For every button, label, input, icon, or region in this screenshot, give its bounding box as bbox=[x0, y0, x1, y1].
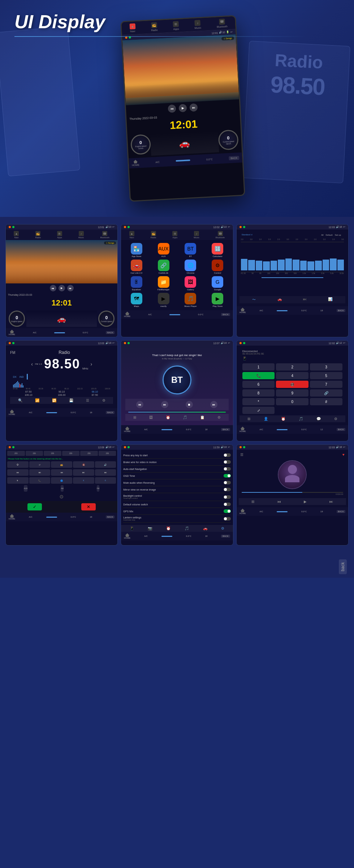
settings-back-btn[interactable]: BACK bbox=[221, 535, 230, 538]
st-radio[interactable]: 📻 bbox=[51, 461, 72, 468]
eq-ac-slider[interactable] bbox=[277, 310, 288, 311]
toggle-8[interactable] bbox=[224, 503, 231, 506]
key-call[interactable]: 📞 bbox=[242, 372, 275, 379]
apps-nav-music[interactable]: ♪ Music bbox=[194, 231, 199, 239]
key-4[interactable]: 4 bbox=[276, 372, 308, 379]
app-playstore[interactable]: ▶ Play Store bbox=[205, 293, 230, 307]
eq-bar-2[interactable] bbox=[248, 260, 255, 270]
key-link[interactable]: 🔗 bbox=[310, 389, 342, 397]
eq-bar-13[interactable] bbox=[330, 258, 337, 270]
app-chrome[interactable]: 🌐 Chrome bbox=[178, 260, 203, 274]
eq-bar-12[interactable] bbox=[323, 260, 329, 270]
eq-feature-waveform[interactable]: 〜 bbox=[252, 297, 256, 302]
eq-bar-11[interactable] bbox=[315, 261, 322, 270]
play-btn-sm[interactable]: ▶ bbox=[59, 285, 65, 291]
bt-prev[interactable]: ⏮ bbox=[136, 401, 143, 408]
preset-6[interactable]: 87.50 bbox=[79, 394, 111, 396]
settings-icon-car[interactable]: 🚗 bbox=[203, 526, 207, 530]
key-1[interactable]: 1 bbox=[242, 363, 275, 371]
key-extra[interactable]: ⤢ bbox=[242, 407, 275, 414]
home-btn[interactable]: HOME bbox=[131, 160, 139, 167]
eq-back-btn[interactable]: BACK bbox=[337, 309, 345, 312]
radio-ac-slider[interactable] bbox=[46, 412, 57, 413]
app-store[interactable]: 🏪 App Store bbox=[124, 243, 149, 257]
app-bt[interactable]: BT BT bbox=[178, 243, 203, 257]
eq-feature-car[interactable]: 🚗 bbox=[277, 297, 282, 302]
app-carbitlink[interactable]: 🔗 CarbitLink bbox=[151, 260, 176, 274]
app-maps[interactable]: 🗺 Maps bbox=[124, 293, 149, 307]
key-hash[interactable]: # bbox=[310, 398, 342, 405]
toggle-10[interactable] bbox=[224, 517, 231, 521]
eq-bar-10[interactable] bbox=[307, 261, 314, 270]
steering-home-btn[interactable]: HOME bbox=[9, 514, 15, 520]
freq-left-arrow[interactable]: ‹ bbox=[31, 361, 33, 367]
music-ac-slider[interactable] bbox=[277, 511, 288, 512]
nav-bt[interactable]: ☎ Bluetooth bbox=[100, 231, 109, 239]
st-refresh[interactable]: ↺ bbox=[29, 461, 51, 468]
st-fm[interactable]: FM bbox=[97, 485, 99, 492]
phone-icon-menu[interactable]: ⊞ bbox=[247, 417, 250, 421]
radio-icon-list[interactable]: ☰ bbox=[86, 398, 89, 402]
music-icon-play[interactable]: ▶ bbox=[304, 500, 307, 504]
apps-back-btn[interactable]: BACK bbox=[221, 313, 230, 316]
app-equalizer[interactable]: 🎚 Equalizer bbox=[124, 276, 149, 291]
nav-apps[interactable]: ⊞ Apps bbox=[57, 231, 62, 239]
confirm-yes-btn[interactable]: ✓ bbox=[27, 503, 42, 510]
music-home-btn[interactable]: HOME bbox=[239, 509, 246, 514]
preset-5[interactable]: 108.00 bbox=[46, 394, 78, 396]
key-8[interactable]: 8 bbox=[242, 389, 275, 397]
apps-nav-bt[interactable]: ☎ Bluetooth bbox=[216, 231, 225, 239]
toggle-1[interactable] bbox=[224, 453, 231, 457]
st-mute[interactable]: 🔇 bbox=[73, 461, 94, 468]
ac-slider[interactable] bbox=[176, 159, 190, 162]
key-star[interactable]: * bbox=[242, 398, 275, 405]
preset-4[interactable]: 106.10 bbox=[12, 394, 45, 396]
st-aux[interactable]: AUX bbox=[24, 485, 27, 492]
settings-icon-gear[interactable]: ⚙ bbox=[221, 526, 224, 530]
phone-ac-slider[interactable] bbox=[277, 429, 288, 430]
nav-navi[interactable]: ▲ Navi bbox=[14, 231, 19, 239]
bt-back-btn[interactable]: BACK bbox=[221, 428, 230, 431]
apps-ac-slider[interactable] bbox=[169, 314, 180, 315]
radio-icon-settings[interactable]: ⚙ bbox=[102, 398, 105, 402]
settings-ac-slider[interactable] bbox=[161, 536, 172, 537]
eq-default[interactable]: Default bbox=[326, 234, 333, 236]
apps-nav-apps[interactable]: ⊞ Apps bbox=[172, 231, 177, 239]
app-musicplayer[interactable]: 🎵 Music Player bbox=[178, 293, 203, 307]
key-9[interactable]: 9 bbox=[276, 389, 308, 397]
eq-bar-14[interactable] bbox=[337, 260, 344, 270]
eq-bar-4[interactable] bbox=[263, 261, 270, 270]
radio-icon-save[interactable]: 💾 bbox=[69, 398, 73, 402]
phone-icon-contacts[interactable]: 👤 bbox=[264, 417, 268, 421]
music-menu-icon[interactable]: ☰ bbox=[240, 453, 243, 457]
radio-icon-loop[interactable]: 🔁 bbox=[52, 398, 56, 402]
prev-btn-sm[interactable]: ⏮ bbox=[50, 285, 56, 291]
app-aux[interactable]: AUX AUX bbox=[151, 243, 176, 257]
app-carlink[interactable]: 🚗 Car Link 2.0 bbox=[124, 260, 149, 274]
key-3[interactable]: 3 bbox=[310, 363, 342, 371]
eq-feature-skip[interactable]: ⏭ bbox=[303, 297, 307, 302]
apps-nav-navi[interactable]: ▲ Navi bbox=[129, 231, 134, 239]
steering-back-btn[interactable]: BACK bbox=[106, 516, 115, 518]
eq-bar-8[interactable] bbox=[293, 260, 299, 270]
prev-btn[interactable]: ⏮ bbox=[168, 104, 176, 113]
home-back-btn[interactable]: BACK bbox=[106, 331, 115, 334]
eq-bar-3[interactable] bbox=[256, 261, 263, 270]
toggle-4[interactable] bbox=[224, 474, 231, 478]
toggle-5[interactable] bbox=[224, 481, 231, 484]
freq-right-arrow[interactable]: › bbox=[90, 361, 92, 367]
st-next2[interactable]: ⏭ bbox=[29, 469, 51, 476]
preset-3[interactable]: 98.10 bbox=[79, 390, 111, 393]
next-btn-sm[interactable]: ⏭ bbox=[67, 285, 74, 291]
radio-back-btn[interactable]: BACK bbox=[106, 411, 115, 414]
confirm-no-btn[interactable]: ✕ bbox=[81, 503, 96, 510]
key-end[interactable]: 📵 bbox=[276, 381, 308, 388]
st-k1[interactable]: K bbox=[73, 477, 94, 484]
radio-icon-signal[interactable]: 📶 bbox=[35, 398, 39, 402]
music-heart-icon[interactable]: ♥ bbox=[342, 453, 345, 457]
st-vol-up[interactable]: 🔊 bbox=[95, 461, 116, 468]
bt-play[interactable]: ⏭ bbox=[161, 401, 168, 408]
bt-ac-slider[interactable] bbox=[161, 429, 172, 430]
key-7[interactable]: 7 bbox=[310, 381, 342, 388]
st-next4[interactable]: ⏭ bbox=[95, 469, 116, 476]
